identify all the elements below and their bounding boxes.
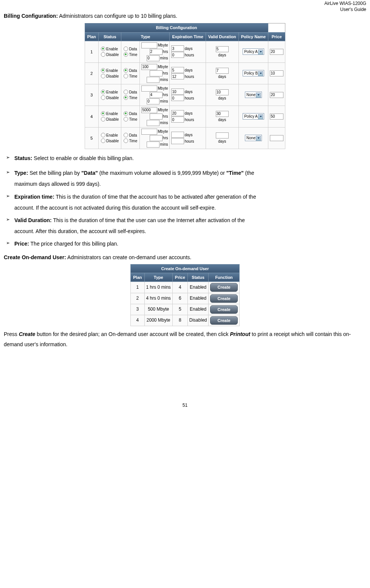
disable-radio[interactable]: Disable: [101, 74, 119, 79]
valid-cell: days: [206, 41, 238, 62]
type-value-cell: Mbyte hrs mins: [140, 41, 170, 62]
exp-hours-input[interactable]: [171, 73, 184, 79]
disable-radio[interactable]: Disable: [101, 95, 119, 100]
disable-radio[interactable]: Disable: [101, 117, 119, 122]
time-radio[interactable]: Time: [124, 117, 137, 122]
create-title: Create On-demand User:: [4, 254, 66, 260]
mbyte-input[interactable]: [141, 64, 157, 70]
mins-input[interactable]: [147, 98, 159, 104]
data-radio[interactable]: Data: [124, 47, 137, 51]
cr-price: 5: [172, 304, 187, 315]
cr-plan: 4: [131, 315, 144, 326]
enable-radio[interactable]: Enable: [101, 90, 118, 95]
disable-radio[interactable]: Disable: [101, 52, 119, 57]
mbyte-input[interactable]: [141, 107, 157, 113]
mins-input[interactable]: [147, 55, 159, 61]
hrs-input[interactable]: [150, 114, 163, 120]
mbyte-input[interactable]: [141, 86, 157, 92]
cr-type: 500 Mbyte: [144, 304, 172, 315]
valid-cell: days: [206, 127, 238, 149]
time-radio[interactable]: Time: [124, 74, 137, 79]
valid-days-input[interactable]: [216, 46, 229, 52]
th-plan: Plan: [85, 32, 98, 41]
data-radio[interactable]: Data: [124, 90, 137, 95]
price-input[interactable]: [270, 49, 283, 55]
valid-cell: days: [206, 106, 238, 127]
enable-radio[interactable]: Enable: [101, 133, 118, 138]
valid-days-input[interactable]: [216, 132, 229, 138]
mbyte-input[interactable]: [141, 42, 157, 48]
plan-cell: 5: [85, 127, 98, 149]
price-input[interactable]: [270, 70, 283, 76]
policy-cell: None: [238, 127, 268, 149]
exp-days-input[interactable]: [171, 89, 184, 95]
create-row: 2 4 hrs 0 mins 6 Enabled Create: [131, 293, 239, 304]
plan-cell: 4: [85, 106, 98, 127]
mins-input[interactable]: [147, 77, 159, 83]
type-value-cell: Mbyte hrs mins: [140, 106, 170, 127]
footer-paragraph: Press Create button for the desired plan…: [4, 329, 366, 349]
policy-select[interactable]: Policy B: [243, 70, 264, 76]
plan-cell: 2: [85, 62, 98, 84]
data-radio[interactable]: Data: [124, 111, 137, 116]
time-radio[interactable]: Time: [124, 52, 137, 57]
exp-days-input[interactable]: [171, 110, 184, 116]
policy-cell: None: [238, 84, 268, 106]
create-row: 4 2000 Mbyte 8 Disabled Create: [131, 315, 239, 326]
cr-price: 6: [172, 293, 187, 304]
exp-hours-input[interactable]: [171, 52, 184, 58]
create-button[interactable]: Create: [210, 305, 237, 314]
valid-days-input[interactable]: [216, 111, 229, 117]
price-cell: [268, 62, 285, 84]
exp-days-input[interactable]: [171, 45, 184, 51]
mins-input[interactable]: [147, 120, 159, 126]
data-radio[interactable]: Data: [124, 68, 137, 73]
price-cell: [268, 41, 285, 62]
policy-select[interactable]: Policy A: [243, 48, 264, 55]
hrs-input[interactable]: [150, 135, 163, 141]
policy-cell: Policy A: [238, 41, 268, 62]
valid-days-input[interactable]: [216, 68, 229, 74]
hrs-input[interactable]: [150, 49, 163, 55]
cr-function: Create: [209, 315, 239, 326]
exp-days-input[interactable]: [171, 132, 184, 138]
th-status: Status: [99, 32, 121, 41]
disable-radio[interactable]: Disable: [101, 138, 119, 143]
create-table-title: Create On-demand User: [131, 264, 239, 273]
cr-function: Create: [209, 293, 239, 304]
price-input[interactable]: [270, 114, 283, 120]
th-type: Type: [144, 273, 172, 282]
enable-radio[interactable]: Enable: [101, 68, 118, 73]
status-cell: Enable Disable: [99, 106, 121, 127]
exp-hours-input[interactable]: [171, 117, 184, 123]
exp-hours-input[interactable]: [171, 138, 184, 144]
policy-select[interactable]: None: [245, 92, 262, 98]
valid-days-input[interactable]: [216, 89, 229, 95]
exp-cell: days hours: [170, 127, 206, 149]
policy-select[interactable]: Policy A: [243, 113, 264, 120]
plan-cell: 1: [85, 41, 98, 62]
create-button[interactable]: Create: [210, 283, 237, 291]
hrs-input[interactable]: [150, 92, 163, 98]
price-input[interactable]: [270, 92, 283, 98]
time-radio[interactable]: Time: [124, 138, 137, 143]
create-button[interactable]: Create: [210, 294, 237, 303]
exp-days-input[interactable]: [171, 67, 184, 73]
enable-radio[interactable]: Enable: [101, 47, 118, 51]
bullet-exp: Expiration time: This is the duration of…: [4, 192, 366, 202]
time-radio[interactable]: Time: [124, 95, 137, 100]
data-radio[interactable]: Data: [124, 133, 137, 138]
cr-plan: 3: [131, 304, 144, 315]
hrs-input[interactable]: [150, 70, 163, 76]
billing-row: 3 Enable Disable Data Time Mbyte hrs min…: [85, 84, 285, 106]
price-input[interactable]: [270, 135, 283, 141]
th-policy: Policy Name: [238, 32, 268, 41]
exp-hours-input[interactable]: [171, 95, 184, 101]
mbyte-input[interactable]: [141, 129, 157, 135]
enable-radio[interactable]: Enable: [101, 111, 118, 116]
page-number: 51: [4, 403, 366, 409]
create-button[interactable]: Create: [210, 316, 237, 325]
type-radio-cell: Data Time: [121, 127, 140, 149]
mins-input[interactable]: [147, 142, 159, 148]
policy-select[interactable]: None: [245, 135, 262, 141]
